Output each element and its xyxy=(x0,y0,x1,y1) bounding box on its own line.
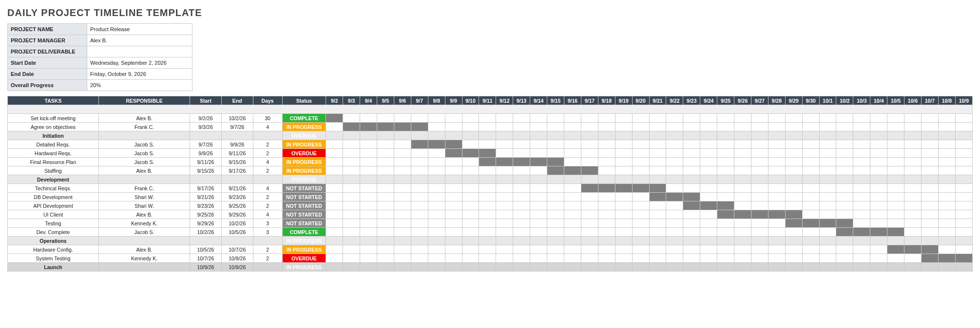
status-cell[interactable]: COMPLETE xyxy=(282,228,326,237)
status-cell[interactable]: NOT STARTED xyxy=(282,219,326,228)
days-cell[interactable]: 4 xyxy=(253,123,282,131)
task-cell[interactable]: Staffing xyxy=(8,166,99,175)
responsible-cell[interactable]: Shari W. xyxy=(99,201,190,210)
start-cell[interactable] xyxy=(190,131,222,140)
responsible-cell[interactable] xyxy=(99,175,190,184)
days-cell[interactable]: 2 xyxy=(253,140,282,149)
end-cell[interactable] xyxy=(221,131,253,140)
responsible-cell[interactable]: Alex B. xyxy=(99,166,190,175)
days-cell[interactable]: 2 xyxy=(253,201,282,210)
start-cell[interactable]: 9/7/26 xyxy=(190,140,222,149)
responsible-cell[interactable]: Jacob S. xyxy=(99,149,190,158)
start-cell[interactable]: 9/9/26 xyxy=(190,149,222,158)
days-cell[interactable]: 4 xyxy=(253,210,282,219)
task-cell[interactable]: Set kick-off meeting xyxy=(8,114,99,123)
start-cell[interactable]: 10/7/26 xyxy=(190,254,222,263)
status-cell[interactable]: IN PROGRESS xyxy=(282,263,326,272)
task-cell[interactable]: Techincal Reqs. xyxy=(8,184,99,193)
status-cell[interactable]: IN PROGRESS xyxy=(282,245,326,254)
responsible-cell[interactable]: Jacob S. xyxy=(99,228,190,237)
start-cell[interactable]: 9/15/26 xyxy=(190,166,222,175)
status-cell[interactable]: OVERDUE xyxy=(282,131,326,140)
meta-value[interactable]: Product Release xyxy=(87,24,192,35)
task-cell[interactable]: Development xyxy=(8,175,99,184)
days-cell[interactable]: 3 xyxy=(253,228,282,237)
days-cell[interactable] xyxy=(253,237,282,245)
end-cell[interactable]: 9/9/26 xyxy=(221,140,253,149)
end-cell[interactable]: 9/21/26 xyxy=(221,184,253,193)
start-cell[interactable]: 9/11/26 xyxy=(190,158,222,166)
end-cell[interactable]: 9/17/26 xyxy=(221,166,253,175)
days-cell[interactable] xyxy=(253,131,282,140)
status-cell[interactable]: COMPLETE xyxy=(282,114,326,123)
responsible-cell[interactable] xyxy=(99,237,190,245)
end-cell[interactable] xyxy=(221,237,253,245)
status-cell[interactable]: NOT STARTED xyxy=(282,201,326,210)
task-cell[interactable]: Testing xyxy=(8,219,99,228)
status-cell[interactable]: OVERDUE xyxy=(282,175,326,184)
end-cell[interactable]: 9/15/26 xyxy=(221,158,253,166)
end-cell[interactable]: 10/2/26 xyxy=(221,219,253,228)
meta-value[interactable]: Alex B. xyxy=(87,35,192,46)
task-cell[interactable]: Hardward Reqs. xyxy=(8,149,99,158)
meta-value[interactable]: 20% xyxy=(87,80,192,91)
responsible-cell[interactable]: Shari W. xyxy=(99,193,190,201)
start-cell[interactable]: 10/5/26 xyxy=(190,245,222,254)
end-cell[interactable]: 9/7/26 xyxy=(221,123,253,131)
start-cell[interactable]: 9/17/26 xyxy=(190,184,222,193)
status-cell[interactable]: NOT STARTED xyxy=(282,193,326,201)
end-cell[interactable]: 9/25/26 xyxy=(221,201,253,210)
end-cell[interactable]: 9/11/26 xyxy=(221,149,253,158)
days-cell[interactable]: 2 xyxy=(253,245,282,254)
start-cell[interactable]: 9/2/26 xyxy=(190,114,222,123)
days-cell[interactable]: 2 xyxy=(253,149,282,158)
end-cell[interactable]: 9/23/26 xyxy=(221,193,253,201)
responsible-cell[interactable]: Frank C. xyxy=(99,184,190,193)
days-cell[interactable]: 2 xyxy=(253,166,282,175)
start-cell[interactable] xyxy=(190,175,222,184)
end-cell[interactable]: 10/7/26 xyxy=(221,245,253,254)
status-cell[interactable]: IN PROGRESS xyxy=(282,237,326,245)
meta-value[interactable]: Friday, October 9, 2026 xyxy=(87,69,192,80)
days-cell[interactable]: 2 xyxy=(253,254,282,263)
start-cell[interactable]: 10/9/26 xyxy=(190,263,222,272)
start-cell[interactable] xyxy=(190,237,222,245)
end-cell[interactable]: 10/9/26 xyxy=(221,263,253,272)
end-cell[interactable]: 10/9/26 xyxy=(221,254,253,263)
status-cell[interactable]: NOT STARTED xyxy=(282,184,326,193)
responsible-cell[interactable]: Alex B. xyxy=(99,210,190,219)
status-cell[interactable]: IN PROGRESS xyxy=(282,123,326,131)
status-cell[interactable]: NOT STARTED xyxy=(282,210,326,219)
start-cell[interactable]: 9/23/26 xyxy=(190,201,222,210)
responsible-cell[interactable]: Alex B. xyxy=(99,245,190,254)
meta-value[interactable]: Wednesday, September 2, 2026 xyxy=(87,57,192,69)
status-cell[interactable]: OVERDUE xyxy=(282,254,326,263)
responsible-cell[interactable]: Frank C. xyxy=(99,123,190,131)
task-cell[interactable]: Launch xyxy=(8,263,99,272)
start-cell[interactable]: 9/21/26 xyxy=(190,193,222,201)
end-cell[interactable]: 10/2/26 xyxy=(221,114,253,123)
responsible-cell[interactable]: Kennedy K. xyxy=(99,254,190,263)
days-cell[interactable]: 2 xyxy=(253,193,282,201)
responsible-cell[interactable]: Jacob S. xyxy=(99,140,190,149)
days-cell[interactable]: 3 xyxy=(253,219,282,228)
status-cell[interactable]: IN PROGRESS xyxy=(282,166,326,175)
end-cell[interactable]: 10/5/26 xyxy=(221,228,253,237)
task-cell[interactable]: API Development xyxy=(8,201,99,210)
task-cell[interactable]: Final Resource Plan xyxy=(8,158,99,166)
responsible-cell[interactable] xyxy=(99,263,190,272)
end-cell[interactable] xyxy=(221,175,253,184)
task-cell[interactable]: DB Development xyxy=(8,193,99,201)
task-cell[interactable]: UI Client xyxy=(8,210,99,219)
days-cell[interactable] xyxy=(253,263,282,272)
days-cell[interactable] xyxy=(253,175,282,184)
responsible-cell[interactable]: Kennedy K. xyxy=(99,219,190,228)
task-cell[interactable]: Agree on objectives xyxy=(8,123,99,131)
start-cell[interactable]: 9/3/26 xyxy=(190,123,222,131)
task-cell[interactable]: Initiation xyxy=(8,131,99,140)
status-cell[interactable]: IN PROGRESS xyxy=(282,158,326,166)
responsible-cell[interactable]: Jacob S. xyxy=(99,158,190,166)
start-cell[interactable]: 10/2/26 xyxy=(190,228,222,237)
days-cell[interactable]: 30 xyxy=(253,114,282,123)
end-cell[interactable]: 9/29/26 xyxy=(221,210,253,219)
